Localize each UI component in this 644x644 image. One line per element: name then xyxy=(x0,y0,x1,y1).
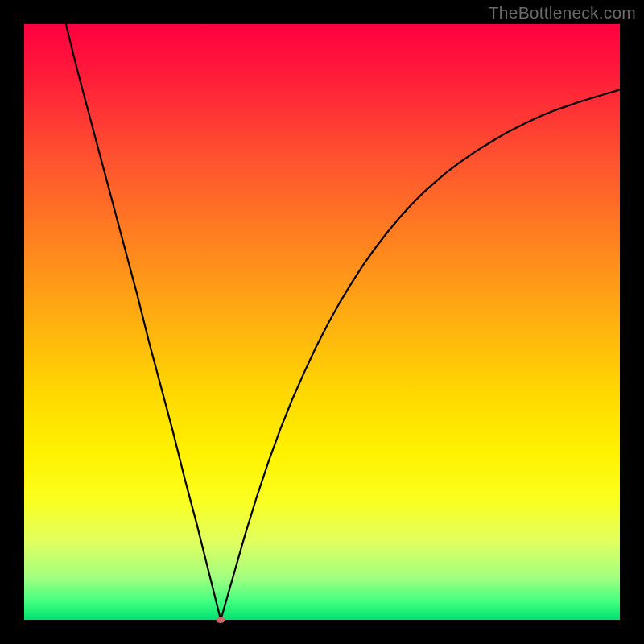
plot-area xyxy=(24,24,620,620)
chart-container: TheBottleneck.com xyxy=(0,0,644,644)
curve-svg xyxy=(24,24,620,620)
watermark-text: TheBottleneck.com xyxy=(489,3,636,23)
minimum-marker xyxy=(217,617,225,623)
bottleneck-curve xyxy=(66,24,620,620)
